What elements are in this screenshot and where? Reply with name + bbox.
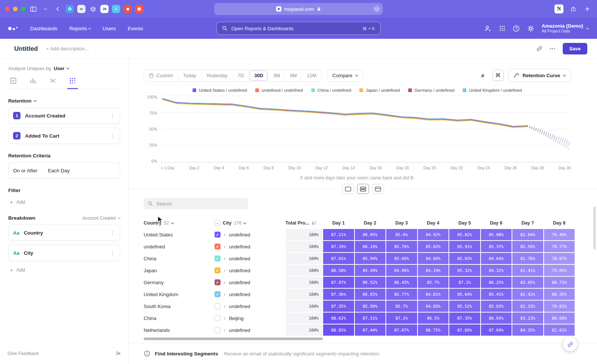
- row-checkbox[interactable]: ✓: [215, 255, 221, 261]
- row-checkbox[interactable]: ✓: [215, 244, 221, 250]
- expand-row-icon[interactable]: ›: [224, 327, 226, 333]
- mixpanel-logo[interactable]: [8, 27, 18, 30]
- row-checkbox[interactable]: [215, 327, 221, 333]
- date-range-6m[interactable]: 6M: [285, 70, 302, 81]
- analyze-entity-selector[interactable]: User: [54, 66, 69, 71]
- view-table-only-button[interactable]: [372, 184, 384, 194]
- tab-flows[interactable]: [49, 77, 56, 84]
- nav-users[interactable]: Users: [103, 26, 116, 31]
- traffic-light-minimize[interactable]: [13, 7, 18, 11]
- save-button[interactable]: Save: [563, 43, 587, 54]
- back-icon[interactable]: [53, 4, 62, 13]
- expand-row-icon[interactable]: ›: [224, 292, 226, 297]
- extension-icon-1[interactable]: [66, 5, 74, 13]
- report-title[interactable]: Untitled: [14, 45, 38, 53]
- date-range-12m[interactable]: 12M: [302, 70, 321, 81]
- date-range-yesterday[interactable]: Yesterday: [201, 70, 233, 81]
- tabs-dropdown-icon[interactable]: [41, 4, 50, 13]
- expand-row-icon[interactable]: ›: [224, 244, 226, 249]
- breakdown-city[interactable]: Aa City ⋮: [8, 245, 120, 261]
- extension-icon-6[interactable]: [135, 5, 143, 13]
- row-checkbox[interactable]: ✓: [215, 279, 221, 285]
- retention-section-label[interactable]: Retention: [8, 98, 120, 104]
- annotations-button[interactable]: #: [478, 70, 488, 81]
- notion-extension-icon[interactable]: N: [554, 4, 563, 13]
- help-icon[interactable]: [513, 25, 520, 32]
- apps-grid-icon[interactable]: [499, 25, 505, 31]
- legend-item[interactable]: United Kingdom / undefined: [463, 88, 522, 92]
- criteria-each-day[interactable]: Each Day: [48, 168, 70, 173]
- expand-row-icon[interactable]: ›: [224, 280, 226, 285]
- chart-type-selector[interactable]: Retention Curve: [508, 69, 571, 82]
- retention-step-1[interactable]: 1 Account Created ⋮: [8, 107, 120, 124]
- day-column-header[interactable]: Day 8: [544, 220, 575, 226]
- add-breakdown-button[interactable]: +Add: [8, 267, 120, 273]
- expand-row-icon[interactable]: ›: [224, 232, 226, 237]
- global-search[interactable]: Open Reports & Dashboards ⌘ + K: [216, 22, 381, 35]
- horizontal-scrollbar[interactable]: [144, 338, 323, 340]
- tab-funnels[interactable]: [29, 77, 37, 84]
- breakdown-country[interactable]: Aa Country ⋮: [8, 225, 120, 241]
- legend-item[interactable]: United States / undefined: [193, 88, 247, 92]
- vertical-scrollbar[interactable]: [593, 207, 596, 250]
- extension-icon-js[interactable]: JS: [100, 5, 109, 13]
- row-checkbox[interactable]: [215, 303, 221, 309]
- expand-row-icon[interactable]: ›: [224, 256, 226, 261]
- kebab-menu-icon[interactable]: ⋮: [110, 250, 115, 256]
- date-range-3m[interactable]: 3M: [268, 70, 285, 81]
- extension-icon-3[interactable]: [89, 5, 97, 13]
- give-feedback-link[interactable]: Give Feedback: [7, 351, 39, 356]
- expand-row-icon[interactable]: ›: [224, 268, 226, 273]
- legend-item[interactable]: China / undefined: [311, 88, 351, 92]
- row-checkbox[interactable]: ✓: [215, 291, 221, 297]
- sidebar-toggle-icon[interactable]: [29, 4, 38, 13]
- extension-icon-5[interactable]: [124, 5, 132, 13]
- share-icon[interactable]: [569, 4, 578, 13]
- date-range-30d[interactable]: 30D: [250, 70, 268, 81]
- extension-icon-2[interactable]: m: [77, 5, 85, 13]
- retention-step-2[interactable]: 2 Added To Cart ⋮: [8, 128, 120, 144]
- extension-icon-4[interactable]: C: [112, 5, 120, 13]
- kebab-menu-icon[interactable]: ⋮: [110, 113, 115, 119]
- legend-item[interactable]: undefined / undefined: [255, 88, 303, 92]
- criteria-on-or-after[interactable]: On or After: [13, 168, 37, 173]
- day-column-header[interactable]: Day 3: [386, 220, 418, 226]
- legend-item[interactable]: Germany / undefined: [408, 88, 454, 92]
- boost-menu-icon[interactable]: [373, 6, 380, 12]
- traffic-light-close[interactable]: [5, 7, 10, 11]
- day-column-header[interactable]: Day 1: [323, 220, 354, 226]
- breakdown-scope-selector[interactable]: Account Created: [82, 216, 120, 221]
- session-replay-icon[interactable]: [484, 25, 492, 32]
- tab-insights[interactable]: [10, 77, 17, 84]
- nav-dashboards[interactable]: Dashboards: [30, 26, 57, 31]
- kebab-menu-icon[interactable]: ⋮: [110, 230, 115, 236]
- share-link-floating-button[interactable]: [563, 337, 577, 351]
- row-checkbox[interactable]: ✓: [215, 267, 221, 273]
- expand-row-icon[interactable]: ›: [224, 316, 226, 321]
- settings-gear-icon[interactable]: [527, 25, 534, 32]
- expand-row-icon[interactable]: ›: [224, 304, 226, 309]
- keyboard-shortcuts-button[interactable]: ⌘: [493, 70, 504, 81]
- project-switcher[interactable]: Amazonia {Demo} All Project Data: [542, 23, 589, 34]
- date-range-custom[interactable]: Custom: [144, 70, 178, 81]
- url-bar[interactable]: mixpanel.com: [214, 3, 383, 15]
- day-column-header[interactable]: Day 4: [418, 220, 449, 226]
- collapse-sidebar-icon[interactable]: [116, 351, 122, 356]
- city-column-header[interactable]: – City 176: [215, 220, 285, 226]
- more-actions-icon[interactable]: [550, 48, 555, 49]
- kebab-menu-icon[interactable]: ⋮: [110, 133, 115, 139]
- day-column-header[interactable]: Day 6: [481, 220, 512, 226]
- select-all-checkbox[interactable]: –: [215, 220, 221, 226]
- table-search-input[interactable]: Search: [144, 198, 248, 209]
- country-column-header[interactable]: Country 52: [144, 220, 215, 226]
- row-checkbox[interactable]: ✓: [215, 232, 221, 238]
- date-range-7d[interactable]: 7D: [233, 70, 249, 81]
- day-column-header[interactable]: Day 5: [449, 220, 481, 226]
- copy-link-icon[interactable]: [536, 46, 543, 52]
- traffic-light-zoom[interactable]: [21, 7, 25, 11]
- date-range-today[interactable]: Today: [178, 70, 201, 81]
- view-split-button[interactable]: [357, 184, 369, 194]
- total-column-header[interactable]: Total Pro...: [285, 220, 323, 226]
- day-column-header[interactable]: Day 2: [354, 220, 386, 226]
- add-filter-button[interactable]: +Add: [8, 199, 120, 205]
